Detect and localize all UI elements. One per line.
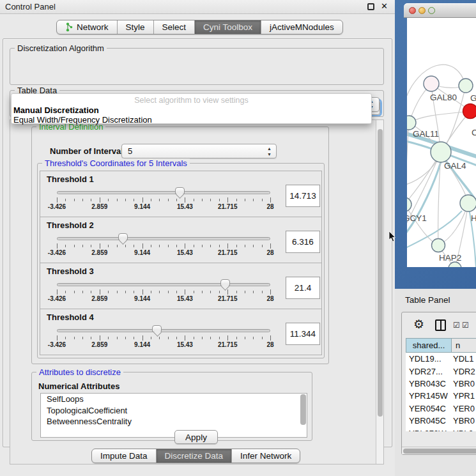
node-red[interactable] [463, 104, 476, 119]
list-item[interactable]: SelfLoops [41, 394, 307, 405]
tick-mark [117, 337, 118, 339]
table-row[interactable]: YDR27...YDR2 [406, 365, 476, 377]
apply-button[interactable]: Apply [174, 430, 218, 444]
tick-mark [219, 245, 220, 247]
scrollbar-thumb[interactable] [403, 449, 476, 454]
tab-select[interactable]: Select [154, 20, 196, 34]
tick-mark [134, 291, 134, 293]
threshold-2-slider[interactable]: -3.4262.8599.14415.4321.71528 [57, 234, 270, 256]
column-header-shared-name[interactable]: shared... [406, 338, 452, 353]
split-columns-icon[interactable] [435, 319, 446, 331]
slider-track[interactable] [57, 329, 270, 332]
node-gcy1[interactable] [407, 197, 411, 211]
tab-jactivemnodules[interactable]: jActiveMNodules [261, 20, 342, 34]
network-window-titlebar[interactable] [404, 3, 476, 18]
tick-mark [151, 291, 151, 293]
node-gal4[interactable] [431, 142, 451, 162]
gear-icon[interactable]: ⚙ [413, 317, 424, 332]
tab-infer-network[interactable]: Infer Network [232, 449, 300, 463]
threshold-4-slider[interactable]: -3.4262.8599.14415.4321.71528 [57, 326, 270, 348]
slider-thumb[interactable] [175, 187, 185, 194]
slider-thumb[interactable] [152, 325, 162, 332]
table-panel-body: ⚙ ☑ ☑ shared... n YDL19...YDL1 YDR27...Y… [401, 312, 476, 455]
tick-mark [91, 245, 91, 247]
tick-mark [185, 243, 185, 249]
tab-network[interactable]: Network [57, 20, 118, 34]
dropdown-item-manual-discretization[interactable]: Manual Discretization [13, 105, 99, 115]
slider-tick-labels: -3.4262.8599.14415.4321.71528 [57, 341, 270, 348]
spinner-arrows-icon[interactable]: ▲▼ [267, 146, 272, 157]
table-row[interactable]: YPR145WYPR1 [406, 390, 476, 402]
slider-thumb[interactable] [118, 233, 128, 240]
threshold-1-value[interactable]: 14.713 [286, 185, 320, 207]
settings-scrollbar[interactable] [376, 120, 383, 464]
cyni-mode-tabbar: Impute Data Discretize Data Infer Networ… [91, 449, 300, 463]
checkbox-icon[interactable]: ☑ [453, 321, 460, 330]
tick-mark [227, 335, 228, 341]
threshold-panel-4: Threshold 4 -3.4262.8599.14415.4321.7152… [40, 309, 322, 355]
table-row[interactable]: YER054CYER0 [406, 403, 476, 415]
tick-mark [202, 199, 203, 201]
tab-impute-data[interactable]: Impute Data [92, 449, 157, 463]
node-hap2[interactable] [432, 239, 445, 252]
tab-cyni-toolbox[interactable]: Cyni Toolbox [195, 20, 261, 34]
table-toolbar: ⚙ ☑ ☑ [402, 312, 476, 337]
threshold-3-slider[interactable]: -3.4262.8599.14415.4321.71528 [57, 280, 270, 302]
number-of-intervals-spinner[interactable]: 5 ▲▼ [121, 144, 277, 158]
list-scrollbar[interactable] [300, 394, 306, 425]
network-canvas[interactable]: GAL80 G. GAL11 GAL4 GCY1 H HAP2 C [407, 18, 476, 267]
node-gal11[interactable] [407, 116, 416, 130]
tick-mark [159, 245, 160, 247]
checkbox-icon[interactable]: ☑ [462, 321, 469, 330]
tick-label: 9.144 [134, 249, 150, 256]
list-item[interactable]: TopologicalCoefficient [41, 405, 307, 417]
tick-label: -3.426 [48, 341, 66, 348]
tick-mark [262, 337, 263, 339]
tick-mark [125, 291, 126, 293]
tick-mark [194, 199, 194, 201]
tick-mark [202, 245, 203, 247]
tick-mark [117, 291, 118, 293]
slider-thumb[interactable] [220, 279, 230, 286]
tick-label: 15.43 [177, 341, 193, 348]
tick-mark [142, 197, 143, 203]
tick-mark [270, 289, 271, 295]
group-legend: Attributes to discretize [36, 367, 123, 377]
tick-mark [219, 199, 220, 201]
tick-mark [100, 335, 100, 341]
node-label: GAL4 [444, 161, 466, 171]
node-gal80[interactable] [424, 76, 439, 91]
node-top-right[interactable] [459, 79, 473, 93]
threshold-4-value[interactable]: 11.344 [286, 323, 320, 345]
close-icon[interactable]: ✕ [381, 1, 388, 11]
column-header-name[interactable]: n [452, 338, 476, 353]
tick-mark [176, 337, 177, 339]
table-row[interactable]: YDL19...YDL1 [406, 353, 476, 365]
close-button[interactable] [409, 7, 416, 14]
tab-discretize-data[interactable]: Discretize Data [157, 449, 233, 463]
threshold-3-value[interactable]: 21.4 [286, 277, 320, 299]
slider-track[interactable] [57, 283, 270, 286]
table-row[interactable]: YBR045CYBR0 [406, 415, 476, 427]
list-item[interactable]: BetweennessCentrality [41, 416, 307, 427]
tick-mark [210, 245, 211, 247]
threshold-1-slider[interactable]: -3.4262.8599.14415.4321.71528 [57, 188, 270, 210]
zoom-button[interactable] [428, 7, 435, 14]
tick-mark [236, 337, 237, 339]
node-attribute-table[interactable]: shared... n YDL19...YDL1 YDR27...YDR2 YB… [406, 338, 476, 431]
dropdown-item-equal-width[interactable]: Equal Width/Frequency Discretization [13, 115, 152, 125]
slider-track[interactable] [57, 191, 270, 194]
float-window-icon[interactable] [367, 3, 374, 10]
node-h[interactable] [460, 195, 476, 211]
slider-tick-labels: -3.4262.8599.14415.4321.71528 [57, 249, 270, 256]
minimize-button[interactable] [418, 7, 426, 14]
table-row[interactable]: YBR043CYBR0 [406, 378, 476, 390]
slider-track[interactable] [57, 237, 270, 240]
threshold-2-value[interactable]: 6.316 [286, 231, 320, 253]
table-row[interactable]: YBL079WYBL0 [406, 427, 476, 431]
scrollbar-thumb[interactable] [378, 129, 383, 417]
threshold-panel-1: Threshold 1 -3.4262.8599.14415.4321.7152… [40, 171, 322, 217]
tick-mark [134, 245, 134, 247]
tab-style[interactable]: Style [118, 20, 154, 34]
table-horizontal-scrollbar[interactable] [402, 447, 476, 454]
